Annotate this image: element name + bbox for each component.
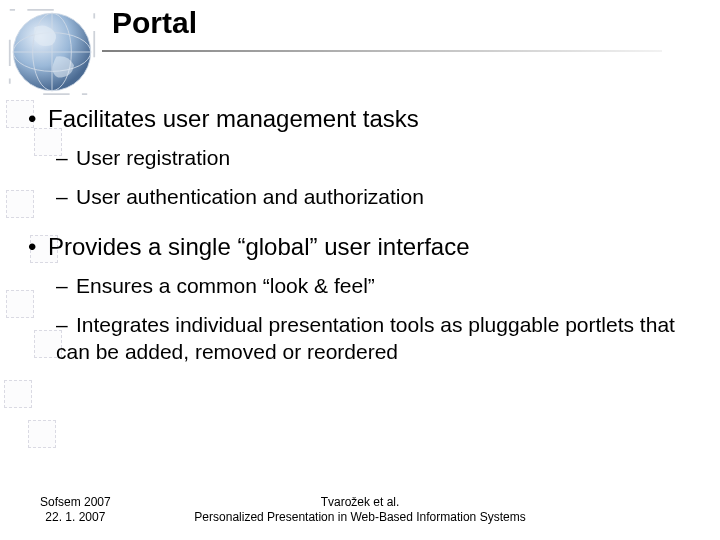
- footer-paper-title: Personalized Presentation in Web-Based I…: [194, 510, 525, 526]
- bullet-dot-icon: •: [28, 105, 48, 133]
- slide-title: Portal: [112, 6, 700, 40]
- bullet-level2: –User authentication and authorization: [56, 184, 692, 211]
- bullet-level1: •Provides a single “global” user interfa…: [28, 233, 692, 261]
- footer-authors: Tvarožek et al.: [194, 495, 525, 511]
- globe-icon: [8, 8, 96, 96]
- bullet-text: Facilitates user management tasks: [48, 105, 419, 132]
- bullet-level2: –User registration: [56, 145, 692, 172]
- bullet-dash-icon: –: [56, 184, 76, 211]
- footer-conf: Sofsem 2007: [40, 495, 111, 511]
- bullet-text: Integrates individual presentation tools…: [56, 313, 675, 363]
- bullet-level2: –Integrates individual presentation tool…: [56, 312, 692, 366]
- footer-center: Tvarožek et al. Personalized Presentatio…: [194, 495, 525, 526]
- bullet-text: User authentication and authorization: [76, 185, 424, 208]
- bullet-text: Provides a single “global” user interfac…: [48, 233, 470, 260]
- slide-body: •Facilitates user management tasks –User…: [28, 95, 692, 377]
- bullet-level2: –Ensures a common “look & feel”: [56, 273, 692, 300]
- footer-left: Sofsem 2007 22. 1. 2007: [40, 495, 111, 526]
- bullet-dot-icon: •: [28, 233, 48, 261]
- slide-header: Portal: [112, 6, 700, 66]
- bullet-dash-icon: –: [56, 145, 76, 172]
- slide-footer: Sofsem 2007 22. 1. 2007 Tvarožek et al. …: [0, 486, 720, 526]
- title-underline: [102, 50, 662, 52]
- bullet-level1: •Facilitates user management tasks: [28, 105, 692, 133]
- bullet-text: User registration: [76, 146, 230, 169]
- footer-date: 22. 1. 2007: [40, 510, 111, 526]
- bullet-text: Ensures a common “look & feel”: [76, 274, 375, 297]
- bullet-dash-icon: –: [56, 273, 76, 300]
- bullet-dash-icon: –: [56, 312, 76, 339]
